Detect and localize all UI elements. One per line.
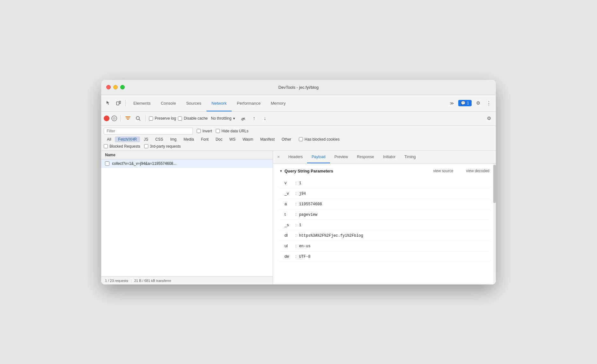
request-checkbox[interactable]	[105, 161, 109, 166]
chip-ws[interactable]: WS	[226, 136, 239, 142]
param-value: en-us	[299, 244, 311, 248]
scrollbar-track[interactable]	[493, 164, 496, 284]
search-icon[interactable]	[134, 114, 142, 122]
request-name: collect?v=1&_v=j94&a=1195574608...	[112, 161, 177, 166]
tab-console[interactable]: Console	[156, 95, 181, 111]
scrollbar-thumb[interactable]	[493, 165, 496, 203]
param-key: _v	[284, 191, 294, 196]
param-value: 1	[299, 223, 301, 228]
param-key: _s	[284, 222, 294, 227]
close-button[interactable]	[106, 85, 111, 89]
tab-timing[interactable]: Timing	[400, 151, 420, 164]
tab-response[interactable]: Response	[352, 151, 378, 164]
disable-cache-checkbox[interactable]: Disable cache	[178, 116, 207, 121]
maximize-button[interactable]	[120, 85, 125, 89]
param-key: a	[284, 201, 294, 206]
payload-section-title: ▼ Query String Parameters view source vi…	[279, 169, 489, 173]
requests-column-header: Name	[101, 151, 273, 159]
detail-tabs: × Headers Payload Preview Response Initi…	[273, 151, 496, 164]
close-detail-button[interactable]: ×	[276, 154, 281, 160]
tab-headers[interactable]: Headers	[284, 151, 307, 164]
invert-input[interactable]	[197, 129, 201, 133]
preserve-log-checkbox[interactable]: Preserve log	[149, 116, 176, 121]
chip-fetch-xhr[interactable]: Fetch/XHR	[115, 136, 140, 142]
svg-rect-0	[116, 102, 119, 105]
clear-button[interactable]: ⊘	[111, 116, 117, 121]
filter-icon[interactable]	[124, 114, 132, 122]
network-toolbar: ⊘ Preserve log Disable cache No throttli…	[101, 112, 496, 126]
tab-network[interactable]: Network	[207, 95, 232, 111]
tab-memory[interactable]: Memory	[266, 95, 291, 111]
hide-data-urls-checkbox[interactable]: Hide data URLs	[216, 129, 249, 133]
has-blocked-cookies-input[interactable]	[299, 137, 303, 141]
network-conditions-icon[interactable]	[239, 114, 248, 123]
has-blocked-cookies-checkbox[interactable]: Has blocked cookies	[299, 137, 340, 142]
chip-manifest[interactable]: Manifest	[257, 136, 278, 142]
toolbar-divider	[125, 100, 126, 106]
upload-icon[interactable]: ↑	[249, 114, 258, 123]
param-value: UTF-8	[299, 255, 311, 259]
param-row-t: t : pageview	[279, 209, 489, 220]
disable-cache-input[interactable]	[178, 116, 182, 121]
network-settings-icon[interactable]: ⚙	[484, 114, 493, 123]
chip-css[interactable]: CSS	[152, 136, 166, 142]
minimize-button[interactable]	[113, 85, 118, 89]
chat-badge-button[interactable]: 💬 1	[458, 100, 472, 106]
view-decoded-link[interactable]: view decoded	[466, 169, 489, 173]
blocked-requests-checkbox[interactable]: Blocked Requests	[104, 144, 140, 149]
view-source-link[interactable]: view source	[433, 169, 453, 173]
chip-img[interactable]: Img	[167, 136, 180, 142]
toolbar-right: ≫ 💬 1 ⚙ ⋮	[447, 99, 493, 108]
more-tabs-icon[interactable]: ≫	[447, 99, 456, 108]
throttle-dropdown[interactable]: No throttling ▼	[210, 116, 237, 121]
chip-doc[interactable]: Doc	[212, 136, 225, 142]
param-value: pageview	[299, 213, 318, 217]
chip-all[interactable]: All	[104, 136, 114, 142]
status-divider: |	[131, 279, 132, 283]
more-options-icon[interactable]: ⋮	[484, 99, 493, 108]
device-mode-icon[interactable]	[114, 99, 123, 108]
param-key: v	[284, 180, 294, 185]
settings-icon[interactable]: ⚙	[474, 99, 482, 108]
tab-initiator[interactable]: Initiator	[378, 151, 400, 164]
net-divider	[120, 115, 121, 122]
tab-preview[interactable]: Preview	[330, 151, 353, 164]
window-title: DevTools - jec.fyi/blog	[278, 85, 319, 90]
section-links: view source view decoded	[433, 169, 489, 173]
chip-media[interactable]: Media	[180, 136, 197, 142]
devtools-window: DevTools - jec.fyi/blog Elements Console…	[101, 80, 496, 284]
filter-row: Invert Hide data URLs All Fetch/XHR JS C…	[101, 126, 496, 151]
collapse-triangle-icon[interactable]: ▼	[279, 169, 283, 173]
badge-count: 1	[467, 101, 469, 105]
third-party-input[interactable]	[144, 144, 148, 148]
param-value: https%3A%2F%2Fjec.fyi%2Fblog	[299, 234, 363, 238]
record-button[interactable]	[104, 116, 109, 121]
transfer-size: 21 B / 681 kB transferre	[134, 279, 171, 283]
third-party-checkbox[interactable]: 3rd-party requests	[144, 144, 181, 149]
blocked-requests-input[interactable]	[104, 144, 108, 148]
param-row-a: a : 1195574608	[279, 199, 489, 209]
inspect-element-icon[interactable]	[104, 99, 113, 108]
request-count: 1 / 23 requests	[105, 279, 128, 283]
tab-payload[interactable]: Payload	[307, 151, 330, 164]
hide-data-urls-input[interactable]	[216, 129, 220, 133]
chip-js[interactable]: JS	[141, 136, 151, 142]
filter-top: Invert Hide data URLs	[104, 128, 493, 135]
chip-wasm[interactable]: Wasm	[239, 136, 256, 142]
tab-elements[interactable]: Elements	[128, 95, 156, 111]
table-row[interactable]: collect?v=1&_v=j94&a=1195574608...	[101, 159, 273, 168]
filter-input-wrap	[104, 128, 193, 135]
filter-input[interactable]	[104, 128, 193, 135]
param-row-_s: _s : 1	[279, 220, 489, 230]
svg-rect-1	[119, 101, 121, 103]
tab-performance[interactable]: Performance	[232, 95, 265, 111]
preserve-log-input[interactable]	[149, 116, 153, 121]
download-icon[interactable]: ↓	[260, 114, 269, 123]
payload-content: ▼ Query String Parameters view source vi…	[273, 164, 496, 284]
net-divider-2	[145, 115, 146, 122]
invert-checkbox[interactable]: Invert	[197, 129, 212, 133]
chip-font[interactable]: Font	[198, 136, 212, 142]
tab-sources[interactable]: Sources	[181, 95, 207, 111]
nav-tabs: Elements Console Sources Network Perform…	[128, 95, 446, 111]
chip-other[interactable]: Other	[278, 136, 294, 142]
